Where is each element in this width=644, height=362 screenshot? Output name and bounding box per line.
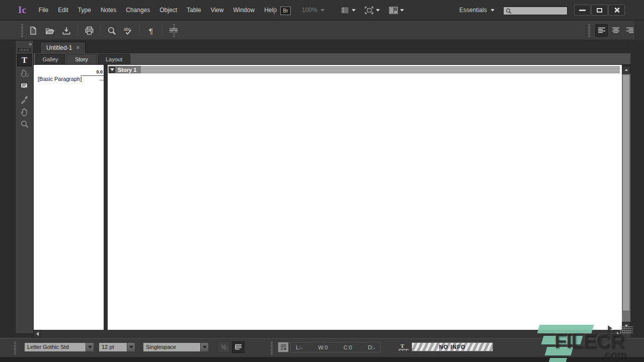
tab-galley[interactable]: Galley bbox=[35, 54, 65, 65]
svg-text:abc: abc bbox=[124, 26, 130, 31]
statusbar-grip[interactable] bbox=[14, 342, 16, 355]
control-toolbar: abc ¶ Minion Pro Regular bbox=[0, 21, 644, 40]
paragraph-marks-icon bbox=[235, 344, 242, 350]
save-button[interactable] bbox=[60, 24, 73, 37]
minimize-icon bbox=[579, 10, 586, 11]
statusbar-grip[interactable] bbox=[271, 342, 273, 355]
dropdown-arrow-icon[interactable] bbox=[127, 342, 135, 352]
eyedropper-tool-icon bbox=[20, 95, 29, 104]
align-center-button[interactable] bbox=[609, 24, 622, 37]
eyedropper-tool[interactable] bbox=[17, 93, 32, 106]
toolbar-dock-edge bbox=[635, 21, 644, 40]
view-options-button[interactable] bbox=[340, 6, 356, 15]
toolbar-separator bbox=[77, 25, 78, 37]
menu-table[interactable]: Table bbox=[187, 7, 201, 14]
zoom-tool-icon bbox=[20, 120, 29, 129]
vertical-scroll-thumb[interactable] bbox=[622, 74, 630, 311]
menu-changes[interactable]: Changes bbox=[126, 7, 150, 14]
incopy-window: Ic File Edit Type Notes Changes Object T… bbox=[0, 0, 644, 362]
zoom-level-dropdown[interactable]: 100% bbox=[302, 7, 325, 14]
paragraph-marks-toggle[interactable] bbox=[232, 341, 245, 353]
align-left-button[interactable] bbox=[595, 24, 608, 37]
pilcrow-icon: ¶ bbox=[149, 27, 153, 35]
open-button[interactable] bbox=[43, 24, 56, 37]
menu-file[interactable]: File bbox=[39, 7, 48, 14]
export-button[interactable] bbox=[27, 24, 40, 37]
workspace-label: Essentials bbox=[459, 7, 487, 14]
status-font-family-value: Letter Gothic Std bbox=[27, 343, 69, 351]
print-button[interactable] bbox=[83, 24, 96, 37]
close-icon bbox=[614, 7, 620, 13]
stat-characters: C:0 bbox=[344, 344, 352, 350]
line-spacing-dropdown[interactable]: Singlespace bbox=[143, 342, 209, 352]
menu-window[interactable]: Window bbox=[233, 7, 255, 14]
toolbar-grip[interactable] bbox=[588, 24, 590, 37]
scroll-right-button[interactable] bbox=[614, 330, 622, 337]
show-hidden-characters-button[interactable]: ¶ bbox=[144, 24, 157, 37]
menu-notes[interactable]: Notes bbox=[101, 7, 116, 14]
window-bottom-edge bbox=[0, 357, 644, 362]
minimize-button[interactable] bbox=[574, 5, 591, 16]
menu-edit[interactable]: Edit bbox=[58, 7, 68, 14]
chevron-down-icon bbox=[352, 9, 356, 12]
expand-panel-chevrons-icon[interactable]: » bbox=[29, 41, 31, 47]
toolbar-grip[interactable] bbox=[173, 24, 175, 37]
close-tab-icon[interactable]: × bbox=[76, 44, 79, 51]
stat-lines: L:- bbox=[296, 344, 302, 350]
status-font-size-dropdown[interactable]: 12 pt bbox=[99, 342, 135, 352]
close-button[interactable] bbox=[608, 5, 625, 16]
story-editor-canvas[interactable]: 0.0 [Basic Paragraph] Story 1 bbox=[34, 65, 622, 330]
ruler-tick bbox=[100, 80, 104, 80]
find-button[interactable] bbox=[105, 24, 118, 37]
story-title: Story 1 bbox=[118, 67, 136, 73]
incopy-logo: Ic bbox=[18, 5, 26, 16]
tab-layout[interactable]: Layout bbox=[98, 54, 130, 65]
launch-bridge-button[interactable]: Br bbox=[280, 7, 291, 15]
line-spacing-value: Singlespace bbox=[146, 343, 176, 351]
note-tool[interactable] bbox=[17, 80, 32, 93]
view-tab-strip: Galley Story Layout bbox=[34, 53, 630, 65]
arrange-documents-icon bbox=[388, 6, 398, 15]
svg-text:T: T bbox=[400, 343, 405, 349]
menu-view[interactable]: View bbox=[211, 7, 224, 14]
tab-story[interactable]: Story bbox=[66, 54, 97, 65]
menu-object[interactable]: Object bbox=[159, 7, 177, 14]
go-to-line-button[interactable] bbox=[278, 342, 289, 352]
status-font-family-dropdown[interactable]: Letter Gothic Std bbox=[24, 342, 94, 352]
document-tab[interactable]: Untitled-1 × bbox=[40, 42, 86, 53]
tools-panel: » T bbox=[15, 40, 34, 334]
line-numbers-icon: ½ bbox=[221, 344, 226, 351]
spellcheck-button[interactable]: abc bbox=[122, 24, 135, 37]
collapse-story-icon[interactable] bbox=[109, 67, 115, 73]
type-tool[interactable]: T bbox=[17, 54, 32, 66]
horizontal-scrollbar[interactable] bbox=[34, 330, 622, 337]
scroll-up-button[interactable] bbox=[622, 66, 630, 74]
type-tool-icon: T bbox=[22, 56, 27, 64]
scroll-left-button[interactable] bbox=[34, 330, 41, 337]
menu-help[interactable]: Help bbox=[264, 7, 277, 14]
note-tool-icon bbox=[20, 82, 29, 91]
dropdown-arrow-icon[interactable] bbox=[200, 342, 209, 352]
paragraph-style-label: [Basic Paragraph] bbox=[38, 76, 82, 82]
chevron-down-icon bbox=[400, 9, 404, 12]
maximize-button[interactable] bbox=[591, 5, 608, 16]
style-column-divider[interactable] bbox=[104, 65, 108, 330]
line-numbers-toggle[interactable]: ½ bbox=[217, 341, 230, 353]
hand-tool[interactable] bbox=[17, 106, 32, 118]
screen-mode-button[interactable] bbox=[364, 6, 380, 15]
vertical-scrollbar[interactable] bbox=[622, 66, 630, 330]
workspace-switcher[interactable]: Essentials bbox=[459, 7, 495, 14]
position-tool[interactable] bbox=[17, 67, 32, 79]
menubar-separator bbox=[274, 6, 275, 15]
toolbar-grip[interactable] bbox=[21, 24, 23, 37]
menu-type[interactable]: Type bbox=[78, 7, 91, 14]
tools-panel-grip[interactable] bbox=[18, 48, 31, 52]
arrange-documents-button[interactable] bbox=[388, 6, 404, 15]
search-input[interactable] bbox=[514, 8, 564, 14]
dropdown-arrow-icon[interactable] bbox=[86, 342, 94, 352]
zoom-tool[interactable] bbox=[17, 118, 32, 130]
align-right-button[interactable] bbox=[623, 24, 636, 37]
status-bar: Letter Gothic Std 12 pt Singlespace ½ bbox=[0, 338, 644, 357]
scroll-down-button[interactable] bbox=[622, 322, 630, 330]
search-field[interactable] bbox=[503, 7, 568, 15]
